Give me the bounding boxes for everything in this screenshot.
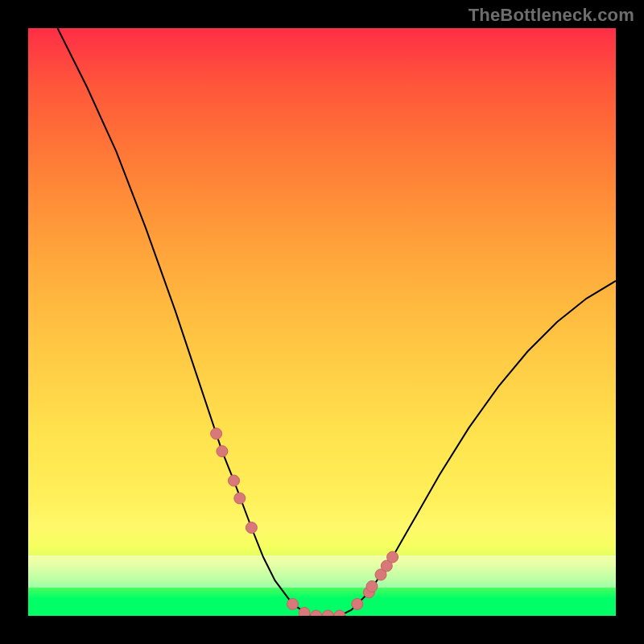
plot-area bbox=[28, 28, 616, 616]
ideal-zone-band bbox=[28, 555, 616, 588]
highlight-marker bbox=[217, 446, 228, 457]
highlight-marker bbox=[322, 610, 333, 616]
highlight-marker bbox=[363, 587, 374, 598]
highlight-marker bbox=[246, 522, 257, 534]
chart-stage: TheBottleneck.com bbox=[0, 0, 644, 644]
highlight-markers bbox=[211, 428, 398, 616]
watermark-text: TheBottleneck.com bbox=[469, 5, 634, 26]
chart-svg bbox=[28, 28, 616, 616]
highlight-marker bbox=[229, 475, 240, 486]
highlight-marker bbox=[299, 607, 310, 616]
highlight-marker bbox=[311, 610, 322, 616]
highlight-marker bbox=[234, 493, 246, 504]
highlight-marker bbox=[287, 598, 299, 609]
highlight-marker bbox=[352, 598, 363, 609]
highlight-marker bbox=[211, 428, 222, 440]
bottleneck-curve bbox=[58, 28, 617, 616]
highlight-marker bbox=[334, 610, 345, 616]
